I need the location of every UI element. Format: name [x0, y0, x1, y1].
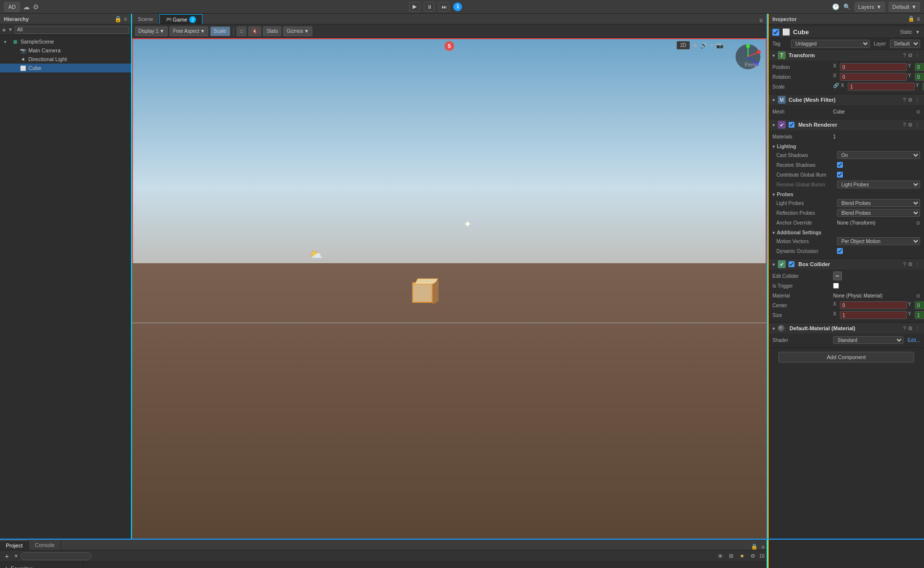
material-settings-icon[interactable]: ⚙ [908, 325, 913, 332]
hierarchy-item-cube[interactable]: ▸ ⬜ Cube [0, 64, 131, 72]
scale-dropdown[interactable]: Scale [210, 26, 230, 36]
box-collider-enabled-checkbox[interactable] [789, 261, 794, 267]
viewport-audio-icon[interactable]: 🔊 [700, 42, 707, 49]
hierarchy-item-directionallight[interactable]: ▸ ☀ Directional Light [0, 55, 131, 64]
project-add-icon[interactable]: + [2, 551, 12, 561]
lighting-subsection-header[interactable]: ▾ Lighting [772, 142, 920, 151]
hierarchy-item-samplescene[interactable]: ▾ ⊞ SampleScene [0, 37, 131, 46]
mesh-renderer-header[interactable]: ▾ ✔ Mesh Renderer ? ⚙ ⋮ [769, 119, 924, 130]
step-button[interactable]: ⏭ [439, 2, 449, 12]
maximize-btn[interactable]: □ [237, 26, 246, 36]
tab-game[interactable]: 🎮 Game 2 [159, 14, 202, 24]
mesh-filter-header[interactable]: ▾ M Cube (Mesh Filter) ? ⚙ ⋮ [769, 94, 924, 105]
material-menu-icon[interactable]: ⋮ [915, 325, 920, 332]
meshrenderer-question-icon[interactable]: ? [903, 122, 906, 128]
dynamic-occlusion-checkbox[interactable] [837, 248, 843, 254]
meshfilter-settings-icon[interactable]: ⚙ [908, 97, 913, 103]
box-collider-header[interactable]: ▾ ✔ Box Collider ? ⚙ ⋮ [769, 259, 924, 270]
hierarchy-search-input[interactable] [15, 26, 129, 34]
sidebar-favorites[interactable]: ★ Favorites [0, 564, 83, 568]
mesh-pick-icon[interactable]: ⊙ [916, 109, 920, 114]
layers-dropdown[interactable]: Layers ▼ [855, 2, 885, 12]
viewport-light-icon[interactable]: ☀ [692, 42, 698, 49]
contribute-gi-checkbox[interactable] [837, 172, 843, 178]
viewport-more-icon[interactable]: ⋯ [726, 42, 731, 49]
rotation-x-input[interactable] [840, 73, 907, 81]
project-panel-menu-icon[interactable]: ≡ [760, 544, 767, 550]
meshfilter-menu-icon[interactable]: ⋮ [915, 97, 920, 103]
object-enabled-checkbox[interactable] [772, 29, 779, 36]
receive-shadows-checkbox[interactable] [837, 162, 843, 168]
transform-header[interactable]: ▾ T Transform ? ⚙ ⋮ [769, 50, 924, 61]
hierarchy-item-maincamera[interactable]: ▸ 📷 Main Camera [0, 46, 131, 55]
material-header[interactable]: ▾ Default-Material (Material) ? ⚙ ⋮ [769, 323, 924, 334]
shader-dropdown[interactable]: Standard [833, 336, 903, 344]
cloud2-icon[interactable]: 🕐 [832, 3, 839, 10]
play-button[interactable]: ▶ [409, 2, 420, 12]
default-dropdown[interactable]: Default ▼ [889, 2, 920, 12]
meshrenderer-menu-icon[interactable]: ⋮ [915, 122, 920, 128]
mesh-renderer-enabled-checkbox[interactable] [789, 122, 794, 128]
project-panel-lock-icon[interactable]: 🔒 [749, 544, 760, 550]
transform-question-icon[interactable]: ? [903, 52, 906, 59]
transform-menu-icon[interactable]: ⋮ [915, 52, 920, 59]
search-icon[interactable]: 🔍 [843, 3, 851, 10]
size-y-input[interactable] [915, 311, 924, 319]
transform-settings-icon[interactable]: ⚙ [908, 52, 913, 59]
static-dropdown-icon[interactable]: ▼ [915, 29, 920, 35]
project-eye-icon[interactable]: 👁 [716, 552, 725, 561]
probes-subsection-header[interactable]: ▾ Probes [772, 190, 920, 199]
edit-shader-label[interactable]: Edit... [907, 338, 920, 343]
center-x-input[interactable] [840, 301, 907, 309]
position-y-input[interactable] [915, 63, 924, 71]
tab-project[interactable]: Project [0, 540, 29, 550]
viewport-cam-icon[interactable]: 📷 [716, 42, 724, 49]
settings-icon[interactable]: ⚙ [33, 3, 39, 11]
2d-button[interactable]: 2D [677, 41, 690, 49]
boxcollider-menu-icon[interactable]: ⋮ [915, 261, 920, 268]
hierarchy-menu-icon[interactable]: ≡ [124, 16, 127, 23]
material-question-icon[interactable]: ? [903, 325, 906, 332]
pause-button[interactable]: ⏸ [424, 2, 435, 12]
edit-collider-btn[interactable]: ✏ [833, 272, 842, 280]
cast-shadows-dropdown[interactable]: On [837, 151, 920, 159]
scale-x-input[interactable] [848, 83, 915, 91]
receive-gi-dropdown[interactable]: Light Probes [837, 181, 920, 188]
meshrenderer-settings-icon[interactable]: ⚙ [908, 122, 913, 128]
display-dropdown[interactable]: Display 1 ▼ [135, 26, 168, 36]
inspector-menu-icon[interactable]: ≡ [917, 16, 920, 23]
hierarchy-add-icon[interactable]: + [2, 26, 6, 34]
tab-scene[interactable]: Scene [132, 14, 159, 24]
stats-btn[interactable]: Stats [263, 26, 281, 36]
boxcollider-question-icon[interactable]: ? [903, 261, 906, 268]
additional-settings-header[interactable]: ▾ Additional Settings [772, 228, 920, 237]
is-trigger-checkbox[interactable] [833, 283, 839, 289]
meshfilter-question-icon[interactable]: ? [903, 97, 906, 103]
hierarchy-lock-icon[interactable]: 🔒 [114, 16, 122, 23]
layer-dropdown[interactable]: Default [890, 40, 920, 48]
project-search-input[interactable] [21, 552, 91, 560]
scene-panel-menu-icon[interactable]: ≡ [755, 17, 767, 24]
collider-material-pick-icon[interactable]: ⊙ [916, 293, 920, 298]
tab-console[interactable]: Console [29, 540, 61, 550]
motion-vectors-dropdown[interactable]: Per Object Motion [837, 237, 920, 245]
cloud-icon[interactable]: ☁ [23, 3, 30, 11]
project-settings-icon[interactable]: ⚙ [748, 552, 757, 561]
project-star-icon[interactable]: ★ [738, 552, 747, 561]
mute-btn[interactable]: 🔇 [248, 26, 261, 36]
reflection-probes-dropdown[interactable]: Blend Probes [837, 209, 920, 217]
position-x-input[interactable] [840, 63, 907, 71]
viewport-effect-icon[interactable]: ✦ [709, 42, 714, 49]
add-component-button[interactable]: Add Component [778, 352, 914, 363]
project-filter-icon[interactable]: ⊞ [727, 552, 736, 561]
center-y-input[interactable] [915, 301, 924, 309]
boxcollider-settings-icon[interactable]: ⚙ [908, 261, 913, 268]
resolution-dropdown[interactable]: Free Aspect ▼ [170, 26, 208, 36]
tag-dropdown[interactable]: Untagged [791, 40, 870, 48]
ad-button[interactable]: AD [4, 2, 20, 12]
rotation-y-input[interactable] [915, 73, 924, 81]
light-probes-dropdown[interactable]: Blend Probes [837, 199, 920, 207]
gizmos-btn[interactable]: Gizmos ▼ [283, 26, 312, 36]
inspector-lock-icon[interactable]: 🔒 [908, 16, 915, 22]
anchor-pick-icon[interactable]: ⊙ [916, 220, 920, 226]
